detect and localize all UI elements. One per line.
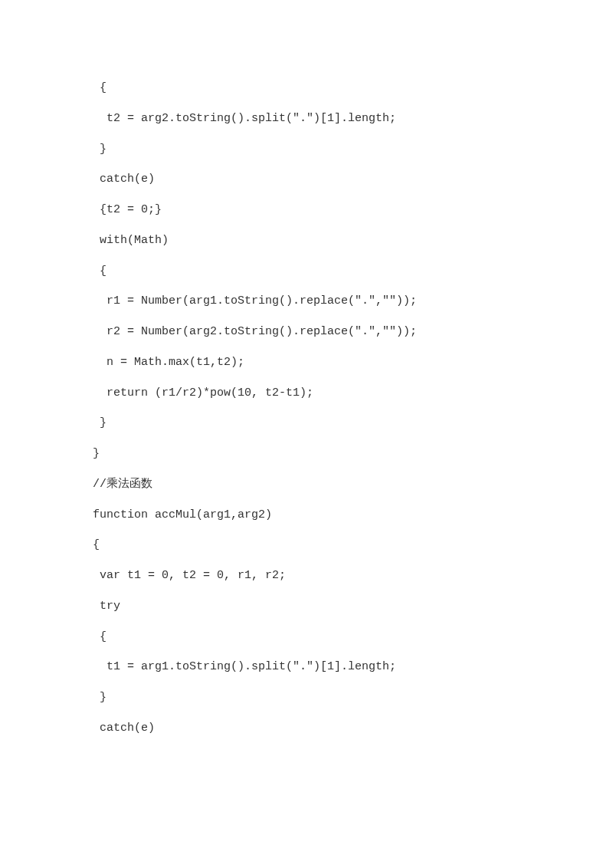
- code-line: var t1 = 0, t2 = 0, r1, r2;: [86, 561, 527, 591]
- code-line: n = Math.max(t1,t2);: [86, 347, 527, 378]
- code-line: return (r1/r2)*pow(10, t2-t1);: [86, 378, 527, 409]
- code-line: catch(e): [86, 164, 527, 195]
- code-line: r2 = Number(arg2.toString().replace(".",…: [86, 317, 527, 347]
- code-line: t2 = arg2.toString().split(".")[1].lengt…: [86, 104, 527, 134]
- code-line: {t2 = 0;}: [86, 195, 527, 225]
- code-line: }: [86, 439, 527, 469]
- code-line: function accMul(arg1,arg2): [86, 500, 527, 531]
- code-line: //乘法函数: [86, 469, 527, 500]
- code-line: catch(e): [86, 713, 527, 744]
- code-line: t1 = arg1.toString().split(".")[1].lengt…: [86, 652, 527, 682]
- code-line: try: [86, 591, 527, 622]
- code-line: }: [86, 682, 527, 713]
- code-line: r1 = Number(arg1.toString().replace(".",…: [86, 286, 527, 317]
- code-line: {: [86, 73, 527, 104]
- code-line: {: [86, 622, 527, 653]
- code-block: { t2 = arg2.toString().split(".")[1].len…: [86, 73, 527, 744]
- code-line: with(Math): [86, 225, 527, 256]
- code-line: }: [86, 408, 527, 439]
- code-line: {: [86, 256, 527, 287]
- code-line: }: [86, 134, 527, 165]
- code-line: {: [86, 530, 527, 561]
